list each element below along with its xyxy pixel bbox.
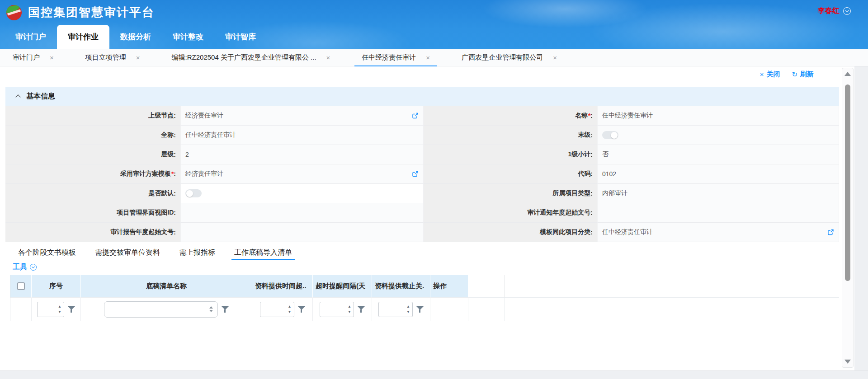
code-label: 代码: bbox=[424, 164, 598, 184]
level1-subtotal-field[interactable]: 否 bbox=[598, 145, 839, 164]
tab-close-icon[interactable]: × bbox=[50, 54, 54, 61]
is-default-toggle[interactable] bbox=[185, 189, 202, 197]
subtab-report-indicators[interactable]: 需上报指标 bbox=[179, 245, 215, 260]
template-category-field[interactable]: 任中经济责任审计 bbox=[598, 223, 839, 242]
nav-item-data-analysis[interactable]: 数据分析 bbox=[109, 25, 162, 49]
nav-item-audit-knowledge[interactable]: 审计智库 bbox=[214, 25, 267, 49]
filter-cell-seq: ▲▼ bbox=[32, 298, 81, 321]
leaf-node-toggle[interactable] bbox=[602, 131, 618, 139]
tools-chevron-down-icon[interactable] bbox=[30, 264, 37, 271]
number-spinner[interactable]: ▲▼ bbox=[58, 305, 61, 314]
doc-tab-project-setup[interactable]: 项目立项管理 × bbox=[78, 49, 147, 66]
subtab-stage-documents[interactable]: 各个阶段文书模板 bbox=[18, 245, 76, 260]
close-button[interactable]: × 关闭 bbox=[760, 70, 780, 79]
bottom-gutter bbox=[0, 370, 868, 379]
filter-funnel-icon[interactable] bbox=[416, 306, 424, 313]
user-chevron-down-icon[interactable] bbox=[843, 7, 851, 15]
scroll-up-icon[interactable] bbox=[844, 72, 851, 76]
main-nav: 审计门户 审计作业 数据分析 审计整改 审计智库 bbox=[0, 25, 868, 49]
refresh-button[interactable]: ↻ 刷新 bbox=[792, 70, 814, 79]
nav-item-audit-work[interactable]: 审计作业 bbox=[57, 25, 109, 49]
doc-tab-label: 任中经济责任审计 bbox=[362, 53, 416, 62]
filter-funnel-icon[interactable] bbox=[358, 306, 365, 313]
filter-funnel-icon[interactable] bbox=[222, 306, 229, 313]
material-time-filter-input[interactable]: ▲▼ bbox=[260, 302, 294, 317]
is-default-field bbox=[181, 184, 424, 203]
filter-cell-overdue-remind-interval: ▲▼ bbox=[313, 298, 372, 321]
col-header-seq[interactable]: 序号 bbox=[32, 275, 81, 298]
col-header-worksheet-name[interactable]: 底稿清单名称 bbox=[81, 275, 252, 298]
audit-report-doc-no-field[interactable] bbox=[181, 223, 424, 242]
audit-notice-doc-no-label: 审计通知年度起始文号: bbox=[424, 203, 598, 223]
subtab-audited-unit-materials[interactable]: 需提交被审单位资料 bbox=[95, 245, 160, 260]
doc-tab-label: 项目立项管理 bbox=[85, 53, 126, 62]
tab-close-icon[interactable]: × bbox=[426, 54, 430, 61]
refresh-label: 刷新 bbox=[800, 70, 814, 79]
audit-report-doc-no-label: 审计报告年度起始文号: bbox=[5, 223, 181, 242]
filter-cell-action bbox=[430, 298, 468, 321]
col-header-action[interactable]: 操作 bbox=[430, 275, 468, 298]
filter-cell-filler bbox=[505, 298, 839, 321]
col-header-material-time-overdue[interactable]: 资料提供时间超.. bbox=[252, 275, 313, 298]
number-spinner[interactable]: ▲▼ bbox=[288, 305, 292, 314]
company-logo-icon bbox=[6, 5, 22, 20]
select-all-checkbox[interactable] bbox=[17, 282, 25, 290]
user-menu[interactable]: 李春红 bbox=[818, 6, 851, 16]
audit-plan-template-label: 采用审计方案模板*: bbox=[5, 164, 181, 184]
level-field[interactable]: 2 bbox=[181, 145, 424, 164]
subtab-worksheet-import-list[interactable]: 工作底稿导入清单 bbox=[234, 245, 292, 260]
seq-filter-input[interactable]: ▲▼ bbox=[37, 302, 64, 317]
doc-tab-guangxi-company[interactable]: 广西农垦企业管理有限公司 × bbox=[454, 49, 564, 66]
user-name[interactable]: 李春红 bbox=[818, 6, 840, 16]
col-header-blank bbox=[468, 275, 505, 298]
filter-cell-checkbox bbox=[10, 298, 32, 321]
number-spinner[interactable]: ▲▼ bbox=[348, 305, 351, 314]
col-header-filler bbox=[505, 275, 839, 298]
document-tabbar: 审计门户 × 项目立项管理 × 编辑:RZ202504 关于广西农垦企业管理有限… bbox=[0, 49, 868, 66]
audit-plan-template-field[interactable]: 经济责任审计 bbox=[181, 164, 424, 184]
app-header: 国控集团智慧审计平台 李春红 bbox=[0, 0, 868, 25]
audit-notice-doc-no-field[interactable] bbox=[598, 203, 839, 223]
external-link-icon[interactable] bbox=[412, 171, 419, 178]
material-deadline-filter-input[interactable]: ▲▼ bbox=[378, 302, 413, 317]
collapse-caret-icon[interactable] bbox=[15, 94, 20, 99]
filter-funnel-icon[interactable] bbox=[68, 306, 75, 313]
level-label: 层级: bbox=[5, 145, 181, 164]
app-title: 国控集团智慧审计平台 bbox=[28, 5, 155, 20]
tab-close-icon[interactable]: × bbox=[326, 54, 330, 61]
doc-tab-edit-rz202504[interactable]: 编辑:RZ202504 关于广西农垦企业管理有限公 ... × bbox=[165, 49, 338, 66]
vertical-scrollbar[interactable] bbox=[842, 68, 854, 368]
tab-close-icon[interactable]: × bbox=[136, 54, 140, 61]
name-label: 名称*: bbox=[424, 106, 598, 126]
detail-subtabs: 各个阶段文书模板 需提交被审单位资料 需上报指标 工作底稿导入清单 bbox=[5, 245, 839, 260]
tab-close-icon[interactable]: × bbox=[553, 54, 557, 61]
tools-menu[interactable]: 工具 bbox=[13, 262, 27, 272]
nav-item-audit-rectify[interactable]: 审计整改 bbox=[162, 25, 214, 49]
is-default-label: 是否默认: bbox=[5, 184, 181, 203]
nav-item-audit-portal[interactable]: 审计门户 bbox=[5, 25, 57, 49]
name-field[interactable]: 任中经济责任审计 bbox=[598, 106, 839, 126]
col-header-material-deadline[interactable]: 资料提供截止关. bbox=[372, 275, 430, 298]
filter-funnel-icon[interactable] bbox=[298, 306, 305, 313]
close-label: 关闭 bbox=[766, 70, 780, 79]
parent-node-field[interactable]: 经济责任审计 bbox=[181, 106, 424, 126]
scrollbar-thumb[interactable] bbox=[845, 84, 850, 281]
external-link-icon[interactable] bbox=[827, 229, 834, 236]
leaf-node-label: 末级: bbox=[424, 126, 598, 145]
worksheet-name-filter-select[interactable] bbox=[104, 301, 218, 318]
scroll-down-icon[interactable] bbox=[844, 360, 851, 364]
external-link-icon[interactable] bbox=[412, 112, 419, 119]
full-name-field[interactable]: 任中经济责任审计 bbox=[181, 126, 424, 145]
template-category-label: 模板同此项目分类: bbox=[424, 223, 598, 242]
worksheet-table: 序号 底稿清单名称 资料提供时间超.. 超时提醒间隔(天 资料提供截止关. 操作… bbox=[10, 275, 839, 321]
remind-interval-filter-input[interactable]: ▲▼ bbox=[320, 302, 354, 317]
number-spinner[interactable]: ▲▼ bbox=[406, 305, 410, 314]
doc-tab-mid-term-audit[interactable]: 任中经济责任审计 × bbox=[354, 49, 437, 66]
project-type-label: 所属项目类型: bbox=[424, 184, 598, 203]
project-mgmt-view-id-field[interactable] bbox=[181, 203, 424, 223]
col-header-overdue-remind-interval[interactable]: 超时提醒间隔(天 bbox=[313, 275, 372, 298]
project-type-field[interactable]: 内部审计 bbox=[598, 184, 839, 203]
basic-info-section-header[interactable]: 基本信息 bbox=[5, 87, 839, 106]
doc-tab-audit-portal[interactable]: 审计门户 × bbox=[5, 49, 61, 66]
code-field[interactable]: 0102 bbox=[598, 164, 839, 184]
